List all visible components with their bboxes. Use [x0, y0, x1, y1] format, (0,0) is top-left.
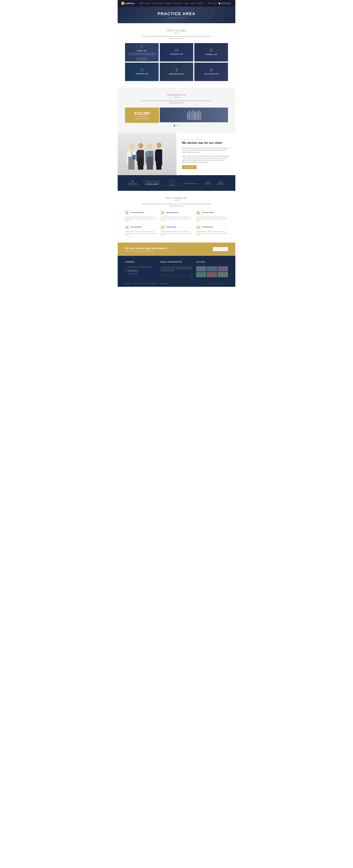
gallery-thumb-2[interactable] [207, 266, 217, 272]
googleplus-icon[interactable]: g+ [214, 3, 216, 4]
cta-subtitle: Lorem ipsum dolor sit amet consectetur a… [125, 250, 168, 252]
partner-fastlane: ⍵ FASTLANE PERFORMANCE [128, 180, 137, 185]
footer-twitter-link[interactable]: TWITTER [134, 283, 139, 284]
nav-news[interactable]: News [184, 3, 188, 4]
carousel-dot-2[interactable] [176, 125, 177, 126]
svg-rect-19 [138, 158, 143, 169]
svg-point-32 [127, 212, 128, 213]
linkedin-icon[interactable]: in [211, 3, 212, 4]
civil-rights-law-icon [204, 68, 219, 72]
why-item-win-header: Guarranted Win [125, 225, 157, 229]
team-svg [121, 138, 173, 175]
svg-point-20 [147, 144, 152, 150]
why-cost-text: Odeiha shorgo caecei cupidatat non proid… [196, 216, 228, 222]
why-experience-title: Huge Experience [166, 211, 178, 213]
svg-rect-38 [197, 226, 199, 228]
cost-icon [196, 211, 200, 215]
footer-address-text: 23, Darden, Amin Bazar Savar, Dhaka - 13… [128, 266, 152, 268]
footer-googleplus-link[interactable]: GOOGLE PLUS [141, 283, 150, 284]
financial-law-icon [170, 49, 183, 52]
site-logo[interactable]: ⚖ LawPress [121, 2, 135, 5]
contact-us-button[interactable]: Contact Us [213, 247, 228, 251]
nav-practice-area[interactable]: Practice Area [152, 3, 163, 4]
working-title: We declare war for our client [182, 141, 230, 145]
case-results-divider [174, 97, 179, 97]
why-win-text: Odeiha shorgo caecei cupidatat non proid… [125, 231, 157, 236]
cta-title: Do you need a legal assistance ? [125, 247, 168, 250]
gallery-thumb-3[interactable] [218, 266, 228, 272]
nav-home[interactable]: Home [139, 3, 143, 4]
footer-linkedin-link[interactable]: LINKED IN [152, 283, 158, 284]
why-item-everywhere: We Are Everywhere Odeiha shorgo caecei c… [125, 211, 157, 222]
svg-rect-24 [147, 157, 153, 169]
family-law-desc: Odeiha shorgo caecei cupidatat non pris … [127, 53, 157, 56]
nav-pages[interactable]: Pages [190, 3, 195, 4]
card-family-law[interactable]: Family Law Odeiha shorgo caecei cupidata… [125, 43, 159, 62]
card-content-family: Family Law Odeiha shorgo caecei cupidata… [125, 43, 159, 62]
nav-case-study[interactable]: Case Study [174, 3, 183, 4]
why-item-cost: Low Cost Service Odeiha shorgo caecei cu… [196, 211, 228, 222]
gallery-thumb-1[interactable] [196, 266, 207, 272]
family-law-link[interactable]: LEARN MORE [137, 58, 147, 60]
cta-text: Do you need a legal assistance ? Lorem i… [125, 247, 168, 252]
svg-rect-4 [175, 49, 178, 51]
twitter-icon[interactable]: t [213, 3, 213, 4]
phone-number: 983.232.9823 [221, 3, 230, 4]
svg-point-36 [126, 226, 128, 228]
gallery-grid [196, 266, 228, 277]
email-form: ➤ [161, 274, 192, 276]
footer-wordpress-link[interactable]: WORDPRESS [160, 283, 168, 284]
footer-phone-item: 📞 +111-222-123456 [125, 273, 157, 275]
footer-subscription-text: Lorem ipsum dolor sit amet, consectetur … [161, 266, 192, 272]
nav-contact[interactable]: Contact [197, 3, 203, 4]
header-right: 🔍 f in t g+ 🕐 983.232.9823 [208, 2, 232, 5]
hero-title: Practice Area [157, 11, 196, 16]
why-hours-title: 24 Hours Open [166, 225, 176, 228]
why-responsive-text: Odeiha shorgo caecei cupidatat non proid… [196, 231, 228, 236]
case-results-subtitle: Ruis nostrud exercitation ullamco labori… [142, 100, 211, 104]
immigration-law-icon [169, 68, 184, 72]
partner-mighty: ▦ MIGHTY FURNITURES [217, 181, 225, 185]
why-experience-text: Odeiha shorgo caecei cupidatat non proid… [161, 216, 192, 222]
criminal-law-icon [205, 49, 217, 53]
card-business-law[interactable]: Business Law [125, 63, 159, 81]
breadcrumb-home[interactable]: HOME [167, 17, 172, 19]
footer-address-item: 📍 23, Darden, Amin Bazar Savar, Dhaka - … [125, 266, 157, 268]
gallery-thumb-5[interactable] [207, 272, 217, 277]
email-submit-button[interactable]: ➤ [191, 274, 192, 276]
svg-point-26 [156, 143, 162, 148]
why-item-hours-header: 24 Hours Open [161, 225, 192, 229]
civil-rights-law-title: Civil Rights Law [204, 73, 219, 75]
address-pin-icon: 📍 [125, 267, 127, 268]
working-content: Working with LawPress We declare war for… [176, 133, 235, 175]
footer-email-text: email@website.comemail@website.com [128, 270, 138, 272]
why-item-everywhere-header: We Are Everywhere [125, 211, 157, 215]
carousel-dot-3[interactable] [178, 125, 179, 126]
svg-rect-5 [176, 50, 177, 51]
working-text-2: Lorem ipsum dolor sit amet, consectetur … [182, 155, 230, 163]
email-input[interactable] [161, 274, 191, 276]
carousel-dot-1[interactable] [174, 125, 175, 126]
footer-phone-text: +111-222-123456 [128, 273, 138, 275]
nav-attorney[interactable]: Attorney [165, 3, 172, 4]
win-icon [125, 225, 129, 229]
card-civil-rights-law[interactable]: Civil Rights Law [194, 63, 228, 81]
case-recovered-label: RECOVERED [137, 116, 147, 117]
card-financial-law[interactable]: Financial Law [160, 43, 193, 62]
why-item-hours: 24 Hours Open Odeiha shorgo caecei cupid… [161, 225, 192, 236]
facebook-icon[interactable]: f [210, 3, 211, 4]
why-hours-text: Odeiha shorgo caecei cupidatat non proid… [161, 231, 192, 236]
search-icon[interactable]: 🔍 [208, 3, 210, 4]
partner-lifeguard: CALIFORNIA CLUB SAFE LIFEGUARD [144, 181, 160, 185]
why-grid: We Are Everywhere Odeiha shorgo caecei c… [125, 211, 228, 236]
nav-about[interactable]: About [145, 3, 150, 4]
read-more-button[interactable]: Read More [182, 165, 197, 169]
gallery-thumb-6[interactable] [218, 272, 228, 277]
why-item-cost-header: Low Cost Service [196, 211, 228, 215]
phone-box: 🕐 983.232.9823 [217, 2, 232, 5]
footer-facebook-link[interactable]: FACEBOOK [125, 283, 132, 284]
card-criminal-law[interactable]: Criminal Law [194, 43, 228, 62]
practice-area-label: PRACTICE AREA [125, 30, 228, 32]
card-immigration-law[interactable]: Immigration Law [160, 63, 193, 81]
gallery-thumb-4[interactable] [196, 272, 207, 277]
